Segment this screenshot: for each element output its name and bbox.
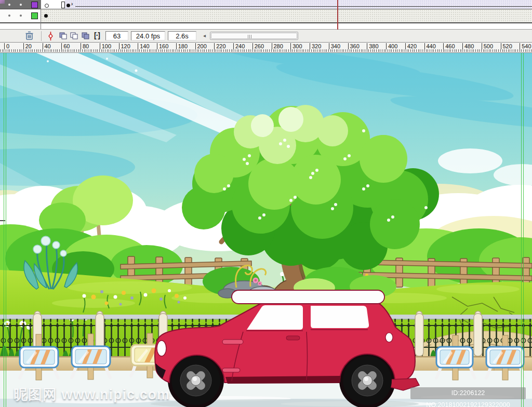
car-wheel-rear (343, 356, 392, 405)
ruler-tick: 60 (61, 43, 70, 49)
stage-canvas[interactable]: 昵图网 www.nipic.com ID:2206122 NO:20181002… (0, 53, 532, 407)
car-taillight (385, 333, 393, 342)
ruler-tick: 380 (367, 43, 378, 49)
ruler-tick: 260 (252, 43, 264, 49)
ruler-tick: 360 (348, 43, 360, 49)
scrollbar-grip-icon (248, 35, 251, 38)
frame-row-static[interactable] (41, 9, 532, 23)
watermark-id-badge: ID:2206122 NO:20181002192129322000 (410, 387, 526, 399)
onion-skin-icon[interactable] (59, 32, 68, 40)
car-door-handle (286, 336, 300, 340)
application-window: › (0, 0, 532, 407)
ruler-tick: 540 (520, 43, 531, 49)
ruler-tick: 500 (482, 43, 493, 49)
layer-row-1[interactable] (0, 0, 41, 9)
ruler-tick: 520 (501, 43, 512, 49)
ruler-tick: 480 (462, 43, 474, 49)
empty-keyframe-icon (45, 4, 49, 8)
layer1-visibility-dot[interactable] (8, 4, 10, 6)
ruler-tick: 320 (310, 43, 321, 49)
ruler-tick: 300 (290, 43, 302, 49)
ruler-tick: 340 (329, 43, 340, 49)
ruler-tick: 420 (405, 43, 417, 49)
car-wheel-front (171, 356, 220, 405)
car-window-rear (311, 306, 369, 328)
edit-multiple-frames-icon[interactable] (81, 32, 90, 40)
playhead[interactable] (337, 0, 338, 30)
layer2-visibility-dot[interactable] (8, 15, 10, 17)
ruler-tick: 180 (176, 43, 188, 49)
ruler-tick: 220 (214, 43, 225, 49)
elapsed-time-field[interactable]: 2.6s (168, 31, 196, 40)
ruler-tick: 140 (138, 43, 149, 49)
tween-arrow-icon: › (71, 1, 73, 7)
keyframe-icon (44, 14, 48, 18)
guide-mark (0, 220, 5, 221)
stage-guide-line[interactable] (6, 53, 6, 407)
ruler-tick: 120 (119, 43, 130, 49)
ruler-tick: 440 (424, 43, 436, 49)
stage-guide-line[interactable] (523, 53, 524, 407)
ruler-tick: 280 (272, 43, 283, 49)
layer2-lock-dot[interactable] (20, 15, 22, 17)
layer-row-2[interactable] (0, 9, 41, 23)
stage-guide-line[interactable] (521, 53, 522, 407)
car-trim-upper (222, 340, 243, 344)
ruler-tick: 40 (43, 43, 51, 49)
ruler-tick: 20 (23, 43, 32, 49)
ruler-minor-ticks (0, 49, 532, 52)
ruler-tick: 400 (386, 43, 397, 49)
scrollbar-thumb[interactable] (211, 33, 297, 39)
scene-artwork (0, 53, 532, 407)
car-headlight (157, 341, 166, 356)
timeline-toolbar: [·] 63 24.0 fps 2.6s ◂ (0, 29, 532, 43)
frame-row-tween[interactable]: › (41, 0, 532, 9)
tween-line (75, 6, 532, 7)
modify-markers-icon[interactable]: [·] (94, 31, 100, 39)
layers-panel (0, 0, 41, 29)
toolbar-separator (41, 31, 42, 41)
car-sill-shadow (225, 376, 341, 384)
stage-guide-line[interactable] (4, 53, 4, 407)
center-frame-icon[interactable] (48, 32, 54, 40)
partial-layer-icon (0, 0, 5, 4)
car-trim-lower (222, 368, 240, 372)
ruler-tick: 200 (195, 43, 207, 49)
onion-skin-outlines-icon[interactable] (70, 32, 78, 40)
timeline-rows: › (0, 0, 532, 29)
timeline-scrollbar[interactable] (210, 32, 298, 40)
ruler-tick: 0 (4, 43, 9, 49)
current-frame-field[interactable]: 63 (105, 31, 128, 40)
ruler-tick: 100 (100, 43, 111, 49)
horizontal-ruler[interactable]: 0204060801001201401601802002202402602803… (0, 43, 532, 53)
frame-rate-field[interactable]: 24.0 fps (131, 31, 165, 40)
ruler-tick: 160 (157, 43, 168, 49)
car-roof (232, 290, 384, 304)
layer1-lock-dot[interactable] (20, 4, 22, 6)
trash-icon[interactable] (25, 31, 34, 40)
layer1-outline-swatch[interactable] (31, 2, 38, 8)
scroll-left-arrow[interactable]: ◂ (203, 33, 206, 38)
ruler-tick: 460 (443, 43, 455, 49)
keyframe-icon (66, 4, 70, 7)
ruler-tick: 240 (233, 43, 245, 49)
ruler-tick: 80 (81, 43, 89, 49)
timeline-panel: › (0, 0, 532, 53)
layer2-outline-swatch[interactable] (31, 12, 38, 19)
span-end-icon (61, 2, 65, 8)
frames-area: › (41, 0, 532, 29)
watermark-logo: 昵图网 www.nipic.com (14, 385, 170, 404)
